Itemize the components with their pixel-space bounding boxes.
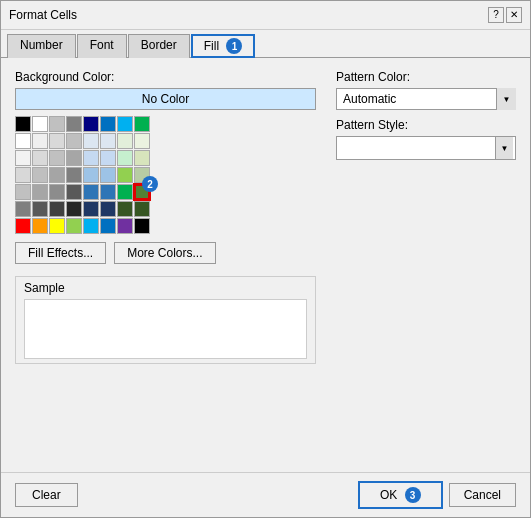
color-cell[interactable]: [66, 201, 82, 217]
color-cell[interactable]: [117, 184, 133, 200]
tab-font[interactable]: Font: [77, 34, 127, 58]
color-cell[interactable]: [134, 133, 150, 149]
color-cell[interactable]: [134, 218, 150, 234]
tab-number[interactable]: Number: [7, 34, 76, 58]
color-cell[interactable]: [49, 167, 65, 183]
no-color-button[interactable]: No Color: [15, 88, 316, 110]
tab-content: Background Color: No Color 2 Fill Effect…: [1, 58, 530, 472]
sample-box: [24, 299, 307, 359]
color-cell[interactable]: [49, 201, 65, 217]
close-button[interactable]: ✕: [506, 7, 522, 23]
color-cell[interactable]: [100, 150, 116, 166]
sample-section: Sample: [15, 276, 316, 364]
fill-action-buttons: Fill Effects... More Colors...: [15, 242, 316, 264]
color-cell[interactable]: [100, 116, 116, 132]
color-cell[interactable]: [49, 133, 65, 149]
title-controls: ? ✕: [488, 7, 522, 23]
color-row: [15, 150, 316, 166]
background-color-label: Background Color:: [15, 70, 316, 84]
color-cell[interactable]: [32, 184, 48, 200]
color-cell[interactable]: [32, 133, 48, 149]
color-row: [15, 133, 316, 149]
color-cell[interactable]: [66, 150, 82, 166]
color-cell[interactable]: [100, 167, 116, 183]
color-cell[interactable]: [32, 116, 48, 132]
color-cell[interactable]: [83, 184, 99, 200]
color-cell[interactable]: [100, 184, 116, 200]
color-cell[interactable]: [15, 116, 31, 132]
pattern-style-select-wrapper: ▼: [336, 136, 516, 160]
fill-tab-badge: 1: [226, 38, 242, 54]
color-cell[interactable]: [117, 167, 133, 183]
color-cell[interactable]: [117, 133, 133, 149]
color-cell[interactable]: [83, 116, 99, 132]
main-row: Background Color: No Color 2 Fill Effect…: [15, 70, 516, 460]
help-button[interactable]: ?: [488, 7, 504, 23]
pattern-style-label: Pattern Style:: [336, 118, 516, 132]
color-cell[interactable]: [117, 150, 133, 166]
color-cell[interactable]: [32, 150, 48, 166]
color-cell[interactable]: [66, 133, 82, 149]
tab-fill[interactable]: Fill 1: [191, 34, 256, 58]
color-cell[interactable]: [117, 218, 133, 234]
color-cell[interactable]: [134, 201, 150, 217]
pattern-color-label: Pattern Color:: [336, 70, 516, 84]
title-bar: Format Cells ? ✕: [1, 1, 530, 30]
pattern-style-arrow-icon: ▼: [495, 137, 513, 159]
color-row: [15, 201, 316, 217]
color-cell[interactable]: [83, 218, 99, 234]
ok-badge: 3: [405, 487, 421, 503]
color-cell[interactable]: [15, 150, 31, 166]
more-colors-button[interactable]: More Colors...: [114, 242, 215, 264]
fill-effects-button[interactable]: Fill Effects...: [15, 242, 106, 264]
right-section: Pattern Color: Automatic ▼ Pattern Style…: [336, 70, 516, 460]
color-cell[interactable]: [83, 133, 99, 149]
left-section: Background Color: No Color 2 Fill Effect…: [15, 70, 316, 460]
pattern-style-box[interactable]: ▼: [336, 136, 516, 160]
color-cell[interactable]: [100, 201, 116, 217]
tab-border[interactable]: Border: [128, 34, 190, 58]
color-cell[interactable]: [15, 218, 31, 234]
color-row: [15, 116, 316, 132]
color-row: [15, 218, 316, 234]
color-cell[interactable]: [117, 116, 133, 132]
color-cell[interactable]: [134, 150, 150, 166]
tab-bar: Number Font Border Fill 1: [1, 30, 530, 58]
color-cell[interactable]: [15, 167, 31, 183]
color-row: 2: [15, 184, 316, 200]
clear-button[interactable]: Clear: [15, 483, 78, 507]
color-cell[interactable]: [49, 218, 65, 234]
color-cell[interactable]: [117, 201, 133, 217]
dialog-title: Format Cells: [9, 8, 77, 22]
selected-cell-badge: 2: [142, 176, 158, 192]
color-row: [15, 167, 316, 183]
cancel-button[interactable]: Cancel: [449, 483, 516, 507]
color-cell[interactable]: [32, 218, 48, 234]
color-cell[interactable]: [66, 167, 82, 183]
color-cell[interactable]: [49, 150, 65, 166]
ok-button[interactable]: OK 3: [358, 481, 443, 509]
color-grid: 2: [15, 116, 316, 234]
color-cell[interactable]: [134, 116, 150, 132]
color-cell[interactable]: [100, 133, 116, 149]
color-cell[interactable]: [49, 116, 65, 132]
color-cell[interactable]: [83, 150, 99, 166]
color-cell[interactable]: [83, 201, 99, 217]
color-cell[interactable]: [15, 201, 31, 217]
color-cell[interactable]: [15, 184, 31, 200]
sample-label: Sample: [24, 281, 307, 295]
color-cell[interactable]: [49, 184, 65, 200]
color-cell[interactable]: [66, 218, 82, 234]
color-cell[interactable]: [66, 184, 82, 200]
color-cell[interactable]: [15, 133, 31, 149]
color-cell[interactable]: [32, 201, 48, 217]
color-cell[interactable]: [83, 167, 99, 183]
pattern-color-select[interactable]: Automatic: [336, 88, 516, 110]
title-bar-left: Format Cells: [9, 8, 77, 22]
pattern-color-select-wrapper: Automatic ▼: [336, 88, 516, 110]
color-cell[interactable]: [100, 218, 116, 234]
format-cells-dialog: Format Cells ? ✕ Number Font Border Fill…: [0, 0, 531, 518]
color-cell[interactable]: 2: [134, 184, 150, 200]
color-cell[interactable]: [32, 167, 48, 183]
color-cell[interactable]: [66, 116, 82, 132]
